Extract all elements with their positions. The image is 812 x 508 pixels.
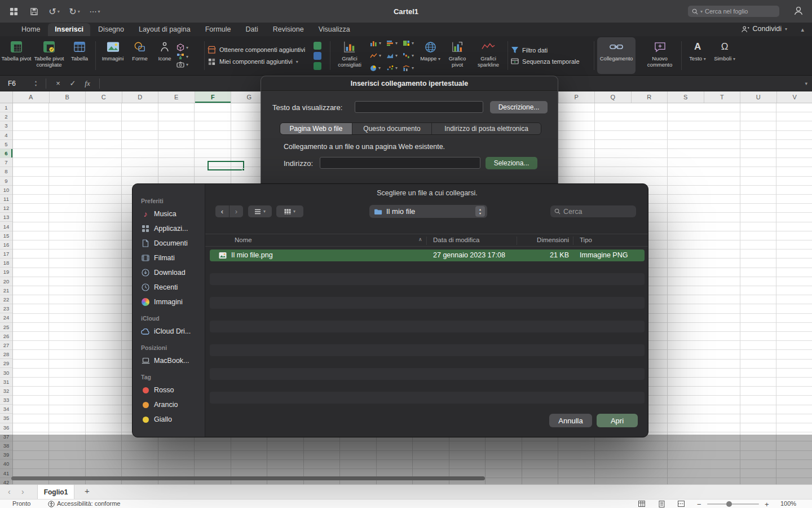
header-nome[interactable]: Nome <box>235 237 252 243</box>
sort-indicator-icon[interactable]: ∧ <box>418 237 422 242</box>
row-header-30[interactable]: 30 <box>0 368 12 377</box>
ribbon-tab-dati[interactable]: Dati <box>239 23 265 36</box>
row-header-20[interactable]: 20 <box>0 277 12 286</box>
row-header-22[interactable]: 22 <box>0 295 12 304</box>
miei-componenti-button[interactable]: Miei componenti aggiuntivi ▾ <box>208 58 314 65</box>
row-header-19[interactable]: 19 <box>0 268 12 277</box>
grafico-pivot-button[interactable]: Grafico pivot <box>443 37 472 74</box>
row-header-29[interactable]: 29 <box>0 359 12 368</box>
collegamento-button[interactable]: Collegamento <box>597 37 636 74</box>
open-button[interactable]: Apri <box>597 414 638 427</box>
column-header-D[interactable]: D <box>122 91 159 103</box>
ribbon-tab-layout-di-pagina[interactable]: Layout di pagina <box>132 23 197 36</box>
column-header-Q[interactable]: Q <box>595 91 632 103</box>
column-divider[interactable] <box>573 237 573 245</box>
simboli-button[interactable]: Ω Simboli ▾ <box>710 37 739 74</box>
tabella-pivot-button[interactable]: Tabella pivot <box>1 37 32 74</box>
page-layout-view-button[interactable] <box>659 501 665 507</box>
line-chart-button[interactable]: ▾ <box>370 50 381 62</box>
name-box[interactable]: F6 <box>0 80 35 87</box>
select-file-button[interactable]: Seleziona... <box>486 157 537 169</box>
selected-cell-outline[interactable] <box>208 161 244 170</box>
row-header-25[interactable]: 25 <box>0 323 12 332</box>
addin-shortcut-icon[interactable] <box>314 42 321 50</box>
row-header-32[interactable]: 32 <box>0 387 12 396</box>
sidebar-item-musica[interactable]: ♪Musica <box>133 207 205 221</box>
ribbon-tab-revisione[interactable]: Revisione <box>266 23 311 36</box>
column-header-V[interactable]: V <box>777 91 812 103</box>
sidebar-item-download[interactable]: Download <box>133 265 205 280</box>
column-header-S[interactable]: S <box>668 91 704 103</box>
row-header-7[interactable]: 7 <box>0 158 12 167</box>
sidebar-item-arancio[interactable]: Arancio <box>133 397 205 412</box>
tabella-button[interactable]: Tabella <box>67 37 92 74</box>
filtro-dati-button[interactable]: Filtro dati <box>511 46 591 54</box>
ribbon-tab-home[interactable]: Home <box>15 23 47 36</box>
column-divider[interactable] <box>426 237 427 245</box>
3d-models-button[interactable]: ▾ <box>176 43 201 51</box>
sidebar-item-filmati[interactable]: Filmati <box>133 251 205 265</box>
next-sheet-button[interactable]: › <box>21 487 24 496</box>
row-header-18[interactable]: 18 <box>0 259 12 268</box>
bar-chart-button[interactable]: ▾ <box>386 37 398 49</box>
row-header-31[interactable]: 31 <box>0 378 12 387</box>
cancel-button[interactable]: Annulla <box>549 414 592 427</box>
accessibility-status[interactable]: Accessibilità: conforme <box>57 500 121 507</box>
scatter-chart-button[interactable]: ▾ <box>386 62 398 74</box>
ribbon-tab-disegno[interactable]: Disegno <box>91 23 131 36</box>
row-header-27[interactable]: 27 <box>0 341 12 350</box>
column-header-E[interactable]: E <box>158 91 195 103</box>
redo-button[interactable]: ↻▾ <box>68 4 81 19</box>
row-header-10[interactable]: 10 <box>0 186 12 195</box>
sidebar-item-icloud-dri-[interactable]: iCloud Dri... <box>133 324 205 339</box>
header-dimensioni[interactable]: Dimensioni <box>521 237 569 243</box>
row-header-2[interactable]: 2 <box>0 112 12 121</box>
screenshot-button[interactable]: ▾ <box>176 62 201 68</box>
sheet-tab-foglio1[interactable]: Foglio1 <box>37 485 74 499</box>
mappe-button[interactable]: Mappe ▾ <box>418 37 443 74</box>
confirm-entry-button[interactable]: ✓ <box>65 79 80 87</box>
column-header-T[interactable]: T <box>704 91 741 103</box>
page-break-view-button[interactable] <box>678 501 685 507</box>
testo-button[interactable]: A Testo ▾ <box>685 37 710 74</box>
row-header-23[interactable]: 23 <box>0 304 12 313</box>
row-header-14[interactable]: 14 <box>0 222 12 231</box>
fill-handle[interactable] <box>242 168 245 171</box>
column-header-B[interactable]: B <box>50 91 86 103</box>
row-header-35[interactable]: 35 <box>0 414 12 423</box>
column-chart-button[interactable]: ▾ <box>370 37 381 49</box>
header-tipo[interactable]: Tipo <box>580 237 592 243</box>
file-search-input[interactable]: Cerca <box>550 205 636 217</box>
row-header-16[interactable]: 16 <box>0 240 12 249</box>
forme-button[interactable]: Forme <box>127 37 153 74</box>
grafici-consigliati-button[interactable]: Grafici consigliati <box>333 37 366 74</box>
back-button[interactable]: ‹ <box>215 205 229 217</box>
row-header-33[interactable]: 33 <box>0 396 12 405</box>
forward-button[interactable]: › <box>230 205 243 217</box>
add-sheet-button[interactable]: + <box>85 486 90 496</box>
save-icon[interactable] <box>27 4 41 19</box>
ribbon-tab-formule[interactable]: Formule <box>198 23 238 36</box>
row-header-24[interactable]: 24 <box>0 313 12 322</box>
row-header-21[interactable]: 21 <box>0 286 12 295</box>
customize-toolbar-button[interactable]: ⋯▾ <box>88 4 102 19</box>
share-button[interactable]: Condividi ▾ <box>741 25 787 33</box>
sequenza-temporale-button[interactable]: Sequenza temporale <box>511 58 591 65</box>
row-header-5[interactable]: 5 <box>0 140 12 149</box>
column-header-P[interactable]: P <box>559 91 595 103</box>
location-stepper[interactable]: ▴▾ <box>475 206 485 217</box>
sidebar-item-rosso[interactable]: Rosso <box>133 383 205 397</box>
icone-button[interactable]: Icone <box>153 37 176 74</box>
group-view-button[interactable]: ▾ <box>276 205 303 217</box>
ottenere-componenti-button[interactable]: Ottenere componenti aggiuntivi <box>208 46 314 54</box>
row-header-28[interactable]: 28 <box>0 350 12 359</box>
row-header-26[interactable]: 26 <box>0 332 12 341</box>
row-header-17[interactable]: 17 <box>0 249 12 259</box>
normal-view-button[interactable] <box>638 501 645 507</box>
column-header-C[interactable]: C <box>86 91 122 103</box>
addin-shortcut-icon[interactable] <box>314 52 321 60</box>
display-text-input[interactable] <box>355 101 483 113</box>
zoom-slider-thumb[interactable] <box>726 501 732 507</box>
row-header-9[interactable]: 9 <box>0 177 12 186</box>
row-header-12[interactable]: 12 <box>0 204 12 213</box>
